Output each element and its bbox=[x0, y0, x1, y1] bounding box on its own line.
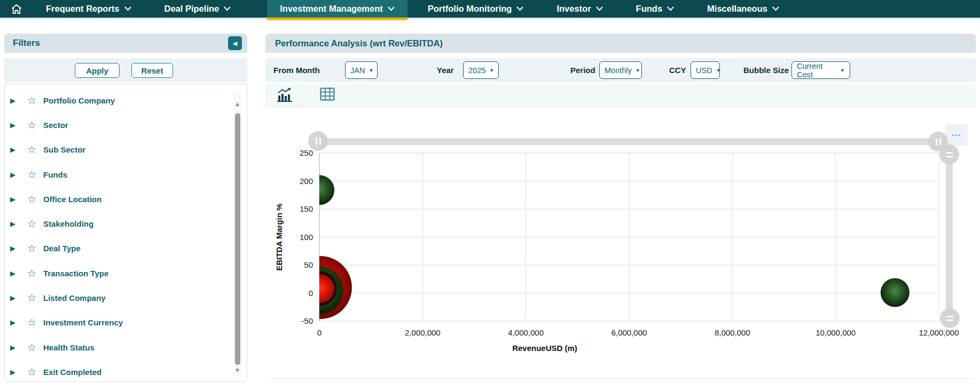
year-dropdown[interactable]: 2025▼ bbox=[463, 61, 499, 79]
favorite-star-icon[interactable]: ☆ bbox=[27, 316, 40, 329]
reset-button[interactable]: Reset bbox=[131, 63, 173, 78]
filter-label: Funds bbox=[43, 170, 67, 179]
x-tick-label: 12,000,000 bbox=[919, 328, 959, 337]
filter-item-deal-type[interactable]: ▶☆Deal Type bbox=[5, 236, 247, 261]
collapse-filters-button[interactable]: ◀ bbox=[228, 36, 242, 50]
chevron-down-icon bbox=[388, 6, 395, 11]
favorite-star-icon[interactable]: ☆ bbox=[27, 218, 40, 230]
h-slider-left-handle[interactable] bbox=[308, 131, 328, 151]
chart-controls: From Month JAN▼ Year 2025▼ Period Monthl… bbox=[265, 58, 976, 82]
chart-menu-button[interactable]: ••• bbox=[945, 124, 968, 146]
favorite-star-icon[interactable]: ☆ bbox=[27, 341, 40, 354]
nav-label: Investment Management bbox=[280, 4, 383, 14]
filter-item-funds[interactable]: ▶☆Funds bbox=[5, 162, 247, 187]
expand-arrow-icon[interactable]: ▶ bbox=[10, 294, 21, 302]
filter-item-office-location[interactable]: ▶☆Office Location bbox=[5, 187, 247, 211]
scrollbar-thumb[interactable] bbox=[235, 113, 240, 365]
table-icon bbox=[320, 87, 335, 101]
expand-arrow-icon[interactable]: ▶ bbox=[10, 220, 21, 228]
filter-item-sector[interactable]: ▶☆Sector bbox=[5, 113, 247, 137]
apply-button[interactable]: Apply bbox=[75, 63, 120, 78]
chevron-down-icon bbox=[596, 6, 603, 11]
x-tick-label: 10,000,000 bbox=[816, 328, 856, 337]
dropdown-value: Current Cost bbox=[797, 62, 836, 79]
bubble-size-dropdown[interactable]: Current Cost▼ bbox=[791, 61, 850, 79]
expand-arrow-icon[interactable]: ▶ bbox=[10, 121, 21, 129]
dropdown-caret-icon: ▼ bbox=[716, 68, 721, 73]
nav-item-funds[interactable]: Funds bbox=[623, 0, 687, 18]
nav-item-frequent-reports[interactable]: Frequent Reports bbox=[33, 0, 144, 18]
favorite-star-icon[interactable]: ☆ bbox=[27, 267, 40, 280]
v-slider-top-handle[interactable] bbox=[939, 145, 959, 164]
expand-arrow-icon[interactable]: ▶ bbox=[10, 244, 21, 252]
nav-item-miscellaneous[interactable]: Miscellaneous bbox=[694, 0, 792, 18]
x-tick-label: 0 bbox=[317, 328, 322, 337]
expand-arrow-icon[interactable]: ▶ bbox=[10, 344, 21, 352]
dropdown-value: USD bbox=[696, 66, 712, 75]
chart-view-button[interactable] bbox=[277, 87, 293, 103]
favorite-star-icon[interactable]: ☆ bbox=[27, 242, 40, 254]
bubble-chart: 250200150100500-5002,000,0004,000,0006,0… bbox=[265, 107, 976, 379]
expand-arrow-icon[interactable]: ▶ bbox=[10, 269, 21, 277]
expand-arrow-icon[interactable]: ▶ bbox=[10, 171, 21, 179]
favorite-star-icon[interactable]: ☆ bbox=[27, 119, 40, 131]
scroll-up-icon[interactable]: ▲ bbox=[233, 100, 241, 108]
filter-label: Investment Currency bbox=[43, 318, 123, 327]
expand-arrow-icon[interactable]: ▶ bbox=[10, 368, 21, 376]
nav-item-investment-management[interactable]: Investment Management bbox=[267, 0, 407, 18]
scroll-down-icon[interactable]: ▼ bbox=[233, 366, 241, 374]
home-button[interactable] bbox=[0, 0, 33, 18]
ellipsis-icon: ••• bbox=[952, 132, 961, 138]
filter-item-exit-completed[interactable]: ▶☆Exit Completed bbox=[5, 360, 247, 382]
table-view-button[interactable] bbox=[320, 87, 335, 103]
expand-arrow-icon[interactable]: ▶ bbox=[10, 318, 21, 326]
ccy-dropdown[interactable]: USD▼ bbox=[691, 61, 720, 79]
nav-item-portfolio-monitoring[interactable]: Portfolio Monitoring bbox=[415, 0, 537, 18]
expand-arrow-icon[interactable]: ▶ bbox=[10, 146, 21, 154]
v-slider-bottom-handle[interactable] bbox=[940, 308, 960, 328]
filter-item-stakeholding[interactable]: ▶☆Stakeholding bbox=[5, 211, 247, 236]
year-label: Year bbox=[437, 58, 454, 82]
favorite-star-icon[interactable]: ☆ bbox=[27, 94, 40, 107]
filter-item-portfolio-company[interactable]: ▶☆Portfolio Company bbox=[5, 88, 247, 113]
filter-item-health-status[interactable]: ▶☆Health Status bbox=[5, 335, 247, 360]
y-tick-label: 50 bbox=[304, 260, 313, 269]
ccy-label: CCY bbox=[669, 58, 686, 82]
dropdown-caret-icon: ▼ bbox=[369, 68, 373, 73]
filter-item-investment-currency[interactable]: ▶☆Investment Currency bbox=[5, 310, 247, 335]
favorite-star-icon[interactable]: ☆ bbox=[27, 143, 40, 156]
panel-title: Performance Analysis (wrt Rev/EBITDA) bbox=[275, 38, 443, 49]
dropdown-value: Monthly bbox=[605, 66, 632, 75]
filters-scrollbar[interactable]: ▲ ▼ bbox=[233, 91, 241, 376]
vertical-zoom-slider[interactable] bbox=[946, 145, 953, 318]
favorite-star-icon[interactable]: ☆ bbox=[27, 193, 40, 205]
from-month-label: From Month bbox=[273, 58, 320, 82]
bar-chart-icon bbox=[277, 87, 293, 102]
dropdown-caret-icon: ▼ bbox=[489, 68, 494, 73]
nav-item-deal-pipeline[interactable]: Deal Pipeline bbox=[152, 0, 244, 18]
favorite-star-icon[interactable]: ☆ bbox=[27, 366, 40, 378]
chart-bubble[interactable] bbox=[881, 278, 910, 307]
nav-label: Funds bbox=[636, 4, 663, 14]
filter-item-listed-company[interactable]: ▶☆Listed Company bbox=[5, 285, 247, 310]
horizontal-zoom-slider[interactable] bbox=[319, 138, 939, 145]
filter-label: Sub Sector bbox=[43, 145, 85, 154]
filters-header: Filters ◀ bbox=[4, 34, 247, 53]
nav-item-investor[interactable]: Investor bbox=[544, 0, 615, 18]
x-tick-label: 8,000,000 bbox=[715, 328, 750, 337]
panel-header: Performance Analysis (wrt Rev/EBITDA) bbox=[265, 34, 976, 53]
from-month-dropdown[interactable]: JAN▼ bbox=[345, 61, 378, 79]
filter-item-transaction-type[interactable]: ▶☆Transaction Type bbox=[5, 261, 247, 285]
nav-label: Deal Pipeline bbox=[164, 4, 219, 14]
expand-arrow-icon[interactable]: ▶ bbox=[10, 97, 21, 105]
favorite-star-icon[interactable]: ☆ bbox=[27, 169, 40, 181]
dropdown-caret-icon: ▼ bbox=[840, 68, 845, 73]
expand-arrow-icon[interactable]: ▶ bbox=[10, 195, 21, 203]
chevron-down-icon bbox=[124, 6, 131, 11]
favorite-star-icon[interactable]: ☆ bbox=[27, 292, 40, 304]
x-tick-label: 2,000,000 bbox=[405, 328, 441, 337]
filter-item-sub-sector[interactable]: ▶☆Sub Sector bbox=[5, 138, 247, 162]
filter-label: Listed Company bbox=[43, 293, 106, 302]
period-dropdown[interactable]: Monthly▼ bbox=[599, 61, 642, 79]
y-tick-label: 250 bbox=[300, 148, 313, 157]
